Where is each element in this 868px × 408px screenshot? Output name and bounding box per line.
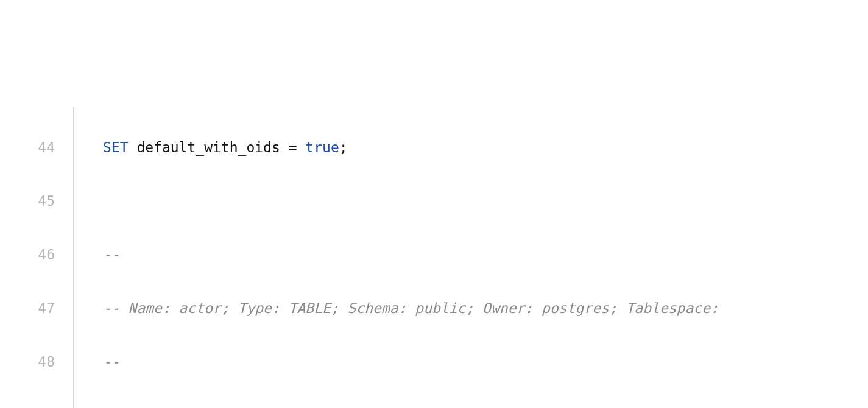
line-number: 45 [0,188,55,214]
comment: -- [103,247,120,262]
code-line[interactable]: -- [103,241,761,268]
keyword-set: SET [103,139,129,155]
code-line[interactable] [103,188,761,214]
keyword-true: true [305,139,339,155]
line-number: 49 [0,402,55,408]
code-editor[interactable]: 44 45 46 47 48 49 50 51 52 53 54 55 56 5… [0,107,868,408]
comment: -- Name: actor; Type: TABLE; Schema: pub… [103,300,727,316]
line-number: 46 [0,241,55,268]
line-gutter: 44 45 46 47 48 49 50 51 52 53 54 55 56 5… [0,107,73,408]
code-line[interactable]: -- Name: actor; Type: TABLE; Schema: pub… [103,295,761,322]
code-line[interactable]: SET default_with_oids = true; [103,134,761,161]
line-number: 44 [0,134,55,161]
comment: -- [103,354,120,370]
code-line[interactable]: -- [103,348,761,375]
code-content[interactable]: SET default_with_oids = true; -- -- Name… [74,107,761,408]
line-number: 47 [0,295,55,322]
semicolon: ; [339,139,348,155]
identifier: default_with_oids [129,139,289,155]
line-number: 48 [0,348,55,375]
operator-eq: = [289,139,306,155]
code-line[interactable] [103,402,761,408]
